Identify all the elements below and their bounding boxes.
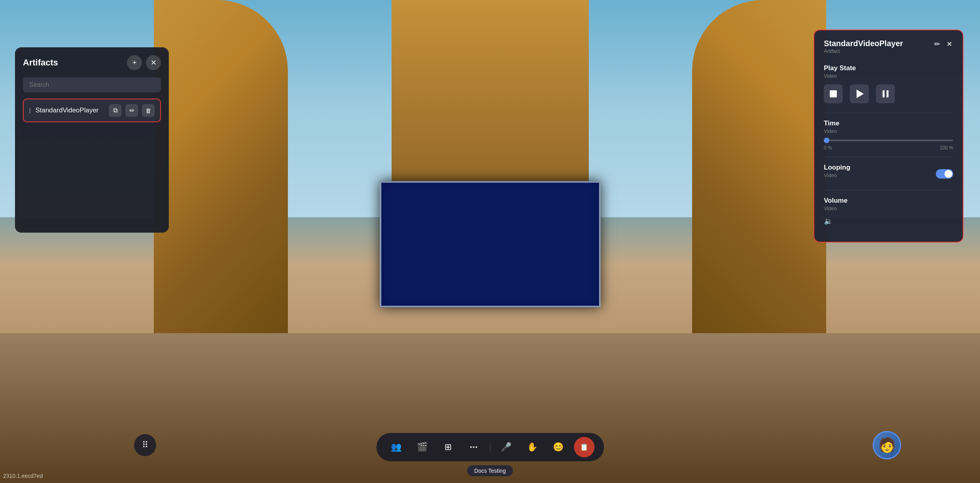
copy-icon: ⧉ xyxy=(113,107,118,114)
version-label: 2310.1.eecd7ed xyxy=(3,473,43,479)
emoji-button[interactable]: 😊 xyxy=(548,437,568,457)
pause-bar-right xyxy=(887,90,889,97)
play-button[interactable] xyxy=(850,84,869,103)
time-section: Time Video 0 % 100 % xyxy=(824,119,953,151)
video-player-panel: StandardVideoPlayer Artifact ✏ ✕ Play St… xyxy=(814,30,963,242)
close-panel-button[interactable]: ✕ xyxy=(946,39,953,49)
volume-label: Volume xyxy=(824,197,953,205)
stop-button[interactable] xyxy=(824,84,843,103)
time-slider-thumb[interactable] xyxy=(824,138,829,143)
avatar-image: 🧑 xyxy=(878,437,896,453)
video-panel-title-group: StandardVideoPlayer Artifact xyxy=(824,39,903,62)
volume-row: 🔉 xyxy=(824,217,953,226)
time-sublabel: Video xyxy=(824,128,953,134)
time-max-label: 100 % xyxy=(940,145,953,151)
artifact-active-button[interactable]: 📋 xyxy=(574,437,594,457)
time-min-label: 0 % xyxy=(824,145,832,151)
video-icon: 🎬 xyxy=(417,442,427,452)
mic-button[interactable]: 🎤 xyxy=(496,437,516,457)
video-panel-actions: ✏ ✕ xyxy=(933,39,953,49)
play-state-section: Play State Video xyxy=(824,64,953,103)
add-artifact-button[interactable]: + xyxy=(127,55,142,70)
grid-icon: ⠿ xyxy=(142,440,149,450)
copy-artifact-button[interactable]: ⧉ xyxy=(109,104,121,117)
artifact-active-icon: 📋 xyxy=(580,443,588,451)
artifacts-panel: Artifacts + ✕ | StandardVideoPlayer ⧉ ✏ … xyxy=(15,47,169,233)
volume-section: Volume Video 🔉 xyxy=(824,197,953,226)
layout-button[interactable]: ⊞ xyxy=(438,437,458,457)
time-slider-container: 0 % 100 % xyxy=(824,140,953,151)
video-panel-title: StandardVideoPlayer xyxy=(824,39,903,48)
arch-left xyxy=(154,0,288,355)
pause-button[interactable] xyxy=(876,84,895,103)
artifacts-header-buttons: + ✕ xyxy=(127,55,161,70)
volume-sublabel: Video xyxy=(824,205,953,211)
grid-menu-button[interactable]: ⠿ xyxy=(134,434,156,456)
arch-right xyxy=(692,0,826,355)
toggle-knob xyxy=(945,170,952,178)
section-divider-3 xyxy=(824,190,953,190)
hand-button[interactable]: ✋ xyxy=(522,437,542,457)
edit-pencil-icon: ✏ xyxy=(934,40,940,48)
artifact-item-name: StandardVideoPlayer xyxy=(35,106,105,114)
stop-icon xyxy=(830,90,837,97)
video-panel-subtitle: Artifact xyxy=(824,48,903,54)
time-label: Time xyxy=(824,119,953,127)
close-panel-icon: ✕ xyxy=(946,40,952,48)
close-artifacts-button[interactable]: ✕ xyxy=(146,55,161,70)
video-panel-header: StandardVideoPlayer Artifact ✏ ✕ xyxy=(824,39,953,62)
looping-toggle[interactable] xyxy=(936,169,953,179)
search-container xyxy=(23,77,161,92)
more-icon: ••• xyxy=(470,444,478,450)
artifacts-title: Artifacts xyxy=(23,58,58,68)
search-input[interactable] xyxy=(23,77,161,92)
toolbar-tooltip: Docs Testing xyxy=(467,465,513,476)
play-icon xyxy=(857,90,864,98)
section-divider-1 xyxy=(824,113,953,113)
pencil-icon: ✏ xyxy=(129,107,134,114)
edit-panel-button[interactable]: ✏ xyxy=(933,39,941,49)
time-slider-track[interactable] xyxy=(824,140,953,141)
artifact-list-item[interactable]: | StandardVideoPlayer ⧉ ✏ 🗑 xyxy=(23,99,161,122)
video-button[interactable]: 🎬 xyxy=(412,437,432,457)
edit-artifact-button[interactable]: ✏ xyxy=(125,104,138,117)
more-button[interactable]: ••• xyxy=(464,437,484,457)
play-state-sublabel: Video xyxy=(824,73,953,79)
volume-icon: 🔉 xyxy=(824,217,833,226)
bottom-toolbar: 👥 🎬 ⊞ ••• 🎤 ✋ 😊 📋 Docs Testing xyxy=(376,433,604,461)
cursor-indicator: | xyxy=(29,107,31,114)
looping-sublabel: Video xyxy=(824,172,850,178)
pause-bar-left xyxy=(883,90,885,97)
people-button[interactable]: 👥 xyxy=(386,437,406,457)
hand-icon: ✋ xyxy=(527,442,538,452)
playback-controls xyxy=(824,84,953,103)
emoji-icon: 😊 xyxy=(553,442,564,452)
looping-labels: Looping Video xyxy=(824,164,850,184)
pause-icon xyxy=(883,90,889,97)
toolbar-separator xyxy=(490,441,490,453)
people-icon: 👥 xyxy=(391,442,401,452)
delete-artifact-button[interactable]: 🗑 xyxy=(142,104,155,117)
looping-label: Looping xyxy=(824,164,850,172)
avatar[interactable]: 🧑 xyxy=(873,431,901,459)
play-state-label: Play State xyxy=(824,64,953,72)
trash-icon: 🗑 xyxy=(146,107,151,114)
section-divider-2 xyxy=(824,157,953,157)
looping-section: Looping Video xyxy=(824,164,953,184)
layout-icon: ⊞ xyxy=(444,442,452,452)
tv-screen xyxy=(380,181,601,307)
time-slider-labels: 0 % 100 % xyxy=(824,145,953,151)
mic-icon: 🎤 xyxy=(501,442,511,452)
artifacts-header: Artifacts + ✕ xyxy=(23,55,161,70)
